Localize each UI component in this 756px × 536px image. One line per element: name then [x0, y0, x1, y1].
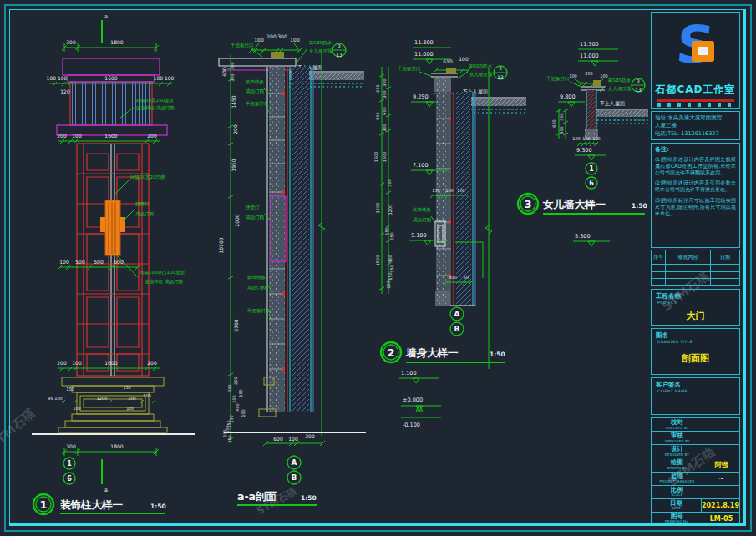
level-label: 5.300	[575, 233, 591, 240]
dim-label: 200	[232, 124, 238, 134]
level-label: ±0.000	[403, 397, 423, 403]
dim-label: 3700	[233, 319, 239, 331]
dim-label: 100	[592, 136, 601, 141]
dim-label: 1500	[373, 152, 378, 163]
rev-cell	[711, 272, 739, 279]
annotation: 千思板封口	[546, 76, 570, 82]
phone-line: 电话/TEL: 13129116327	[655, 130, 736, 138]
dim-label: 100	[290, 37, 300, 43]
dim-label: 100	[254, 37, 264, 43]
studio-logo: S	[652, 13, 739, 76]
dim-label: 300	[559, 113, 564, 121]
detail-scale: 1:50	[301, 494, 317, 502]
annotation: 间隔50宽250波纹	[136, 98, 174, 104]
annotation: 女儿墙压顶	[469, 72, 493, 77]
annotation: 装饰线条	[246, 79, 265, 84]
dim-label: 100	[288, 436, 298, 442]
dim-label: 300	[559, 126, 564, 134]
dim-label: 900	[375, 112, 380, 120]
level-label: -0.100	[403, 422, 420, 428]
annotation: 挂壁灯	[135, 201, 150, 207]
logo-box: S 石都CAD工作室	[651, 12, 740, 109]
dim-label: 300	[66, 39, 76, 45]
dim-line-ground: 300 1800	[62, 443, 159, 456]
axis-bubble-label: B	[454, 325, 460, 333]
dim-label: 150	[389, 232, 394, 240]
dim-chain-left: 600 300 300	[551, 109, 568, 139]
dim-label: 150	[432, 188, 440, 193]
dim-label: 300	[387, 179, 392, 187]
rev-col-no: 序号	[652, 250, 666, 265]
wall-lamp	[100, 200, 125, 255]
annotation: 刷SBS防水	[607, 78, 632, 83]
note-item: (2)图纸所述设计内容及引用参数未经本公司书面允许不得擅自更改。	[655, 180, 736, 193]
address-box: 地址:水头美康大厦对面国贸 大厦三楼 电话/TEL: 13129116327	[651, 111, 740, 140]
row-label-en: DATE	[652, 506, 701, 510]
dim-label: 150	[386, 281, 391, 289]
dim-line-shaft-top: 200 100 1600 200	[57, 133, 160, 144]
dim-label: 100	[457, 188, 465, 193]
row-value: 阿强	[703, 458, 739, 471]
annotation: 挂壁灯	[246, 205, 260, 210]
dim-label: 1200	[388, 205, 393, 215]
dim-label: 400	[449, 275, 457, 280]
detail-ref-number: 3	[337, 43, 340, 48]
row-label-en: DESIGNED BY	[652, 453, 703, 457]
level-label: 11.000	[580, 53, 599, 59]
row-label-en: CHECKED BY	[652, 426, 703, 430]
dim-label: 1600	[104, 133, 117, 139]
axis-bubbles: 1 6	[63, 458, 75, 484]
dim-label: 610	[443, 58, 453, 64]
row-value	[703, 432, 739, 444]
annotation: 成品订购	[246, 88, 264, 94]
project-value: 大门	[652, 310, 739, 322]
dim-label: 600	[551, 119, 556, 128]
row-label-en: APPROVED BY	[652, 439, 703, 443]
dim-label: 400	[235, 403, 240, 412]
logo-tagline-marks	[657, 103, 734, 107]
section-marker-bottom: a	[102, 459, 108, 493]
dim-label: 120	[60, 88, 70, 94]
row-label: 监理	[652, 473, 703, 480]
axis-bubble-label: B	[292, 473, 297, 482]
dim-label: 100 100	[154, 75, 175, 81]
annotation: 间隔100外凸100造型	[140, 270, 185, 276]
row-label: 比例	[652, 487, 703, 493]
detail-title-text: a-a剖面	[237, 490, 277, 503]
dim-label: 150	[389, 265, 394, 273]
dim-label: 200	[147, 360, 157, 366]
dim-label: 100	[72, 360, 82, 366]
level-9800: 9.800	[558, 94, 585, 107]
dim-label: 1800	[110, 39, 123, 45]
row-label-en: DRAWN BY	[652, 466, 703, 470]
rev-col-content: 修改内容	[666, 250, 711, 265]
dim-label: 100	[241, 409, 246, 417]
section-a-a: 100 200 300 100 千思板封口 刷SBS防水 女儿墙压顶 3 13 …	[199, 18, 370, 518]
dim-line-bottom: 100 100 100	[572, 136, 601, 146]
dim-label: 100	[231, 395, 236, 403]
annotation: 不上人屋面	[600, 100, 625, 107]
detail-title: 1 装饰柱大样一 1:50	[33, 494, 166, 514]
annotation: 千思板封口	[398, 66, 421, 72]
column-capital	[57, 58, 167, 135]
dim-label: 300	[382, 78, 387, 87]
dim-label: 500	[94, 259, 104, 265]
level-9300: 9.300	[575, 147, 606, 160]
annotation: 刷SBS防水	[469, 63, 493, 69]
detail-scale: 1:50	[490, 351, 505, 358]
level-label: 9.250	[413, 94, 429, 100]
column-base: 150 150 99 100 1200 100 100 100 100	[48, 377, 167, 432]
roof-slab: 不上人屋面	[596, 100, 648, 124]
client-box: 客户签名 CLIENT NAME	[651, 377, 740, 415]
address-line: 地址:水头美康大厦对面国贸	[655, 114, 736, 122]
annotation: 女儿墙压顶	[608, 86, 632, 91]
level-label: 5.100	[411, 232, 427, 239]
sbs-annotation: 刷SBS防水 女儿墙压顶 3 13	[458, 63, 507, 80]
drawing-title-value: 剖面图	[652, 352, 739, 365]
axis-bubbles: 1 6	[586, 163, 597, 189]
section-marker-label: a	[104, 13, 108, 20]
annotation: 刷SBS防水	[308, 40, 332, 46]
note-item: (1)图纸所述设计内容及样图之版权属石都CAD绘图工作室所有,未经本公司书面允许…	[655, 156, 736, 175]
staff-table: 校对CHECKED BY 审核APPROVED BY 设计DESIGNED BY…	[651, 417, 740, 526]
axis-bubble-label: 1	[67, 460, 72, 468]
